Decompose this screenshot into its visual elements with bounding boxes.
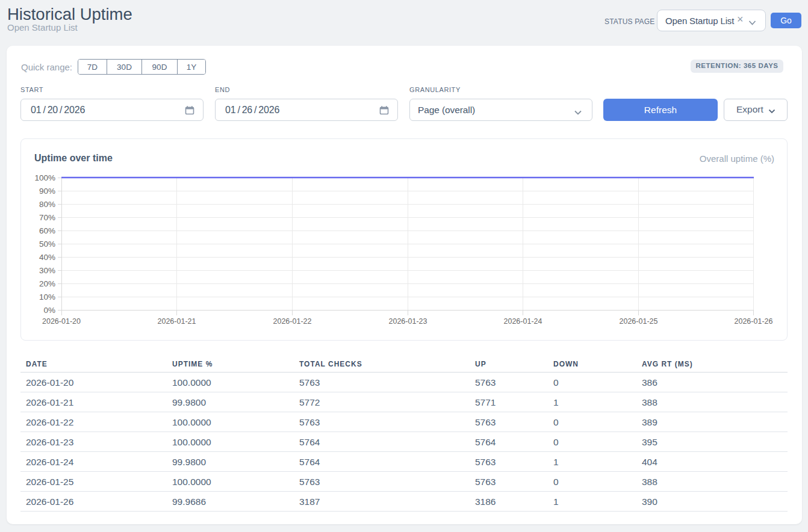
svg-text:2026-01-24: 2026-01-24 (504, 317, 542, 326)
svg-text:2026-01-26: 2026-01-26 (735, 317, 773, 326)
svg-text:2026-01-23: 2026-01-23 (389, 317, 427, 326)
svg-text:10%: 10% (39, 292, 55, 302)
svg-text:80%: 80% (39, 200, 55, 209)
svg-text:20%: 20% (39, 279, 55, 288)
svg-text:2026-01-21: 2026-01-21 (158, 317, 196, 326)
svg-text:2026-01-22: 2026-01-22 (273, 317, 312, 326)
svg-text:2026-01-25: 2026-01-25 (620, 317, 658, 326)
svg-text:90%: 90% (39, 187, 55, 196)
svg-text:60%: 60% (39, 226, 55, 235)
svg-text:100%: 100% (34, 173, 55, 182)
svg-text:30%: 30% (39, 266, 55, 275)
svg-text:70%: 70% (39, 213, 55, 222)
svg-text:50%: 50% (39, 240, 55, 249)
svg-text:2026-01-20: 2026-01-20 (42, 317, 81, 326)
svg-text:40%: 40% (39, 253, 55, 262)
svg-text:0%: 0% (43, 306, 55, 315)
